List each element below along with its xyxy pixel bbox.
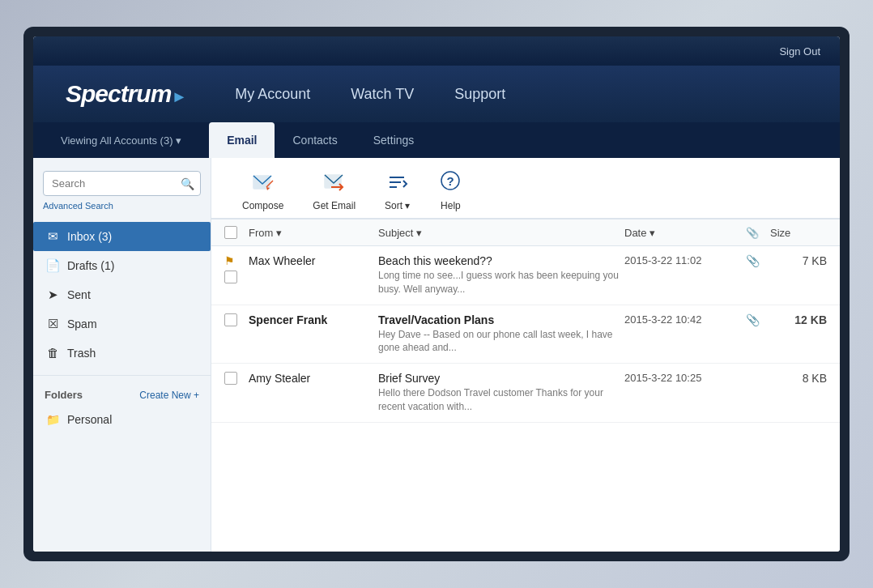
nav-support[interactable]: Support	[454, 86, 505, 103]
search-input[interactable]	[43, 171, 201, 196]
paperclip-icon: 📎	[746, 227, 759, 239]
email-row[interactable]: ⚑ Max Wheeler Beach this weekend?? Long …	[211, 246, 840, 305]
spam-icon: ☒	[45, 317, 61, 331]
sidebar: 🔍 Advanced Search ✉ Inbox (3) 📄 Drafts (…	[33, 158, 211, 552]
sort-button[interactable]: Sort ▾	[370, 169, 424, 218]
folders-header: Folders Create New +	[33, 384, 211, 406]
help-icon: ?	[439, 169, 462, 197]
tabs: Email Contacts Settings	[209, 122, 432, 158]
search-icon: 🔍	[181, 177, 194, 190]
compose-button[interactable]: Compose	[228, 169, 298, 218]
top-bar: Sign Out	[33, 36, 840, 66]
get-email-icon	[323, 173, 346, 197]
email-checkbox[interactable]	[224, 271, 237, 283]
header-attach: 📎	[746, 227, 770, 239]
sidebar-item-trash[interactable]: 🗑 Trash	[33, 339, 211, 367]
header-subject[interactable]: Subject ▾	[378, 227, 624, 239]
folders-section-label: Folders	[45, 389, 83, 401]
subject-area: Brief Survey Hello there Dodson Travel c…	[378, 372, 624, 414]
email-subject: Brief Survey	[378, 372, 624, 385]
sort-icon	[386, 173, 409, 197]
help-button[interactable]: ? Help	[424, 166, 476, 218]
header-checkbox-col	[224, 226, 249, 239]
drafts-label: Drafts (1)	[67, 259, 114, 272]
email-preview: Hey Dave -- Based on our phone call last…	[378, 328, 624, 356]
spam-label: Spam	[67, 317, 97, 330]
sidebar-item-sent[interactable]: ➤ Sent	[33, 280, 211, 309]
toolbar: Compose Get Email	[211, 158, 840, 219]
row-checkbox-col	[224, 372, 249, 385]
row-checkbox-col: ⚑	[224, 254, 249, 283]
inbox-icon: ✉	[45, 229, 61, 244]
email-date: 2015-3-22 10:42	[624, 313, 746, 326]
tab-bar: Viewing All Accounts (3) ▾ Email Contact…	[33, 122, 840, 158]
get-email-label: Get Email	[313, 200, 356, 211]
nav-my-account[interactable]: My Account	[235, 86, 310, 103]
email-list: From ▾ Subject ▾ Date ▾ 📎 Size	[211, 219, 840, 552]
compose-label: Compose	[242, 200, 283, 211]
email-preview: Hello there Dodson Travel customer Thank…	[378, 386, 624, 414]
nav-watch-tv[interactable]: Watch TV	[351, 86, 414, 103]
email-subject: Travel/Vacation Plans	[378, 313, 624, 326]
search-box: 🔍	[43, 171, 201, 196]
logo: Spectrum►	[66, 80, 186, 108]
create-new-folder-button[interactable]: Create New +	[139, 390, 199, 401]
sender-name: Amy Stealer	[249, 372, 378, 385]
email-subject: Beach this weekend??	[378, 254, 624, 267]
email-size: 12 KB	[770, 313, 827, 326]
header-from[interactable]: From ▾	[249, 227, 378, 239]
get-email-button[interactable]: Get Email	[298, 169, 370, 218]
header-size: Size	[770, 227, 827, 239]
subject-area: Beach this weekend?? Long time no see...…	[378, 254, 624, 296]
email-date: 2015-3-22 10:25	[624, 372, 746, 384]
header-date[interactable]: Date ▾	[624, 227, 746, 239]
inbox-label: Inbox (3)	[67, 230, 112, 243]
compose-icon	[252, 173, 275, 197]
account-selector[interactable]: Viewing All Accounts (3) ▾	[49, 128, 193, 153]
sidebar-divider	[33, 375, 211, 376]
svg-text:?: ?	[447, 174, 454, 188]
email-row[interactable]: Spencer Frank Travel/Vacation Plans Hey …	[211, 305, 840, 364]
main-content: 🔍 Advanced Search ✉ Inbox (3) 📄 Drafts (…	[33, 158, 840, 552]
sidebar-item-drafts[interactable]: 📄 Drafts (1)	[33, 251, 211, 280]
email-row[interactable]: Amy Stealer Brief Survey Hello there Dod…	[211, 364, 840, 423]
personal-label: Personal	[67, 413, 112, 426]
sidebar-item-inbox[interactable]: ✉ Inbox (3)	[33, 222, 211, 251]
flag-icon: ⚑	[224, 254, 235, 267]
subject-area: Travel/Vacation Plans Hey Dave -- Based …	[378, 313, 624, 356]
sent-icon: ➤	[45, 288, 61, 302]
select-all-checkbox[interactable]	[224, 226, 237, 239]
email-area: Compose Get Email	[211, 158, 840, 552]
advanced-search-link[interactable]: Advanced Search	[43, 201, 201, 211]
email-list-header: From ▾ Subject ▾ Date ▾ 📎 Size	[211, 219, 840, 246]
sender-name: Spencer Frank	[249, 313, 378, 326]
email-size: 8 KB	[770, 372, 827, 385]
trash-icon: 🗑	[45, 346, 61, 360]
sidebar-item-spam[interactable]: ☒ Spam	[33, 309, 211, 339]
email-checkbox[interactable]	[224, 372, 237, 385]
email-date: 2015-3-22 11:02	[624, 254, 746, 266]
sign-out-link[interactable]: Sign Out	[779, 45, 820, 58]
help-label: Help	[441, 200, 461, 211]
attach-icon: 📎	[746, 254, 770, 267]
header: Spectrum► My Account Watch TV Support	[33, 66, 840, 122]
drafts-icon: 📄	[45, 258, 61, 273]
screen: Sign Out Spectrum► My Account Watch TV S…	[33, 36, 840, 552]
email-checkbox[interactable]	[224, 313, 237, 326]
email-size: 7 KB	[770, 254, 827, 267]
sent-label: Sent	[67, 288, 91, 301]
row-checkbox-col	[224, 313, 249, 326]
tab-settings[interactable]: Settings	[356, 122, 432, 158]
attach-icon: 📎	[746, 313, 770, 326]
trash-label: Trash	[67, 347, 96, 360]
tab-contacts[interactable]: Contacts	[275, 122, 355, 158]
logo-arrow: ►	[171, 87, 186, 105]
sender-name: Max Wheeler	[249, 254, 378, 267]
sidebar-item-personal[interactable]: 📁 Personal	[33, 406, 211, 433]
folder-icon: 📁	[45, 413, 61, 426]
main-nav: My Account Watch TV Support	[235, 86, 505, 103]
tab-email[interactable]: Email	[209, 122, 275, 158]
sort-label: Sort ▾	[385, 200, 410, 211]
monitor: Sign Out Spectrum► My Account Watch TV S…	[23, 27, 850, 561]
email-preview: Long time no see...I guess work has been…	[378, 269, 624, 296]
